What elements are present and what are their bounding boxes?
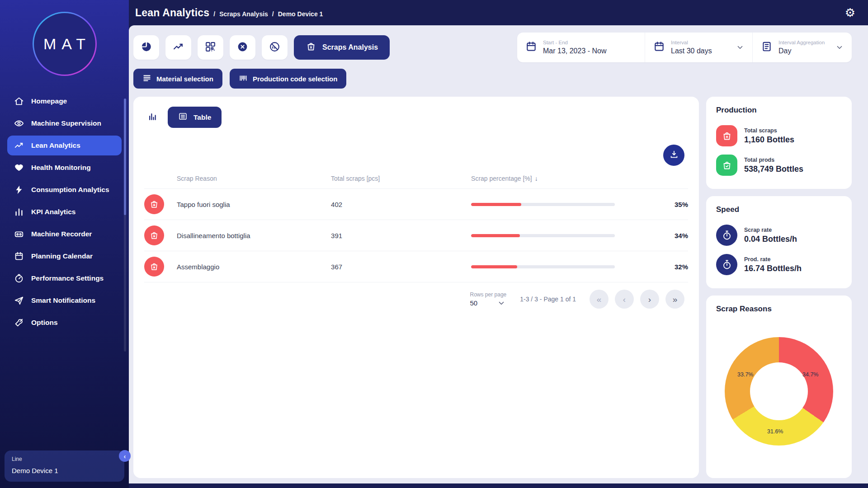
calendar-icon (653, 41, 665, 54)
scrap-reason-cell: Disallineamento bottiglia (177, 232, 331, 239)
sort-descending-icon[interactable]: ↓ (535, 175, 538, 182)
scrap-reasons-title: Scrap Reasons (716, 305, 842, 314)
line-chart-icon (173, 41, 184, 54)
speed-card: Speed Scrap rate 0.04 Bottles/h Prod. (706, 196, 852, 288)
scrap-reason-cell: Tappo fuori soglia (177, 201, 331, 208)
column-scrap-percentage[interactable]: Scrap percentage [%] ↓ (471, 175, 651, 182)
gear-icon[interactable]: ⚙ (845, 7, 855, 19)
qr-code-icon (205, 41, 216, 54)
column-total-scraps[interactable]: Total scraps [pcs] (331, 175, 471, 182)
sidebar-item-machine-supervision[interactable]: Machine Supervision (7, 113, 122, 133)
download-icon (669, 150, 679, 161)
logo-text: MAT (34, 13, 95, 75)
material-icon (142, 74, 151, 84)
sidebar-item-homepage[interactable]: Homepage (7, 91, 122, 111)
table-view-label: Table (193, 113, 211, 122)
table-row[interactable]: Tappo fuori soglia 402 35% (144, 188, 688, 220)
table-view-button[interactable]: Table (168, 107, 222, 128)
previous-page-button[interactable]: ‹ (615, 290, 634, 309)
material-selection-button[interactable]: Material selection (133, 69, 222, 89)
total-scraps-cell: 367 (331, 263, 471, 271)
pagination-buttons: « ‹ › » (590, 290, 684, 309)
download-button[interactable] (663, 145, 684, 166)
table-icon (178, 112, 188, 123)
prod-rate-stat: Prod. rate 16.74 Bottles/h (716, 250, 842, 279)
sidebar-item-health-monitoring[interactable]: Health Monitoring (7, 158, 122, 178)
sidebar-scrollbar[interactable] (124, 99, 126, 352)
progress-track (471, 234, 615, 237)
donut-label-red: 34.7% (802, 371, 818, 378)
tab-scraps-analysis[interactable]: Scraps Analysis (294, 35, 390, 60)
trend-icon (14, 140, 24, 151)
chart-view-button[interactable] (144, 109, 160, 126)
tab-label: Scraps Analysis (322, 43, 378, 52)
recorder-icon (14, 229, 24, 239)
scrap-reason-cell: Assemblaggio (177, 263, 331, 271)
page-title: Lean Analytics (135, 7, 209, 19)
sidebar-item-consumption-analytics[interactable]: Consumption Analytics (7, 180, 122, 200)
logo: MAT (33, 12, 97, 76)
home-icon (14, 96, 24, 107)
stopwatch-icon (716, 254, 737, 275)
qr-code-tab-button[interactable] (198, 35, 223, 60)
last-page-button[interactable]: » (665, 290, 684, 309)
scrap-percentage-bar (471, 203, 651, 206)
table-body: Tappo fuori soglia 402 35% Disallineamen… (144, 188, 688, 282)
body-row: Table Scrap Reason Total scraps [pcs] Sc… (133, 97, 852, 478)
line-chart-tab-button[interactable] (165, 35, 191, 60)
interval-filter[interactable]: Interval Last 30 days (645, 33, 752, 62)
view-switch: Table (144, 107, 688, 128)
table-row[interactable]: Disallineamento bottiglia 391 34% (144, 220, 688, 251)
total-scraps-cell: 402 (331, 201, 471, 208)
sidebar-item-planning-calendar[interactable]: Planning Calendar (7, 246, 122, 266)
topbar: Lean Analytics / Scraps Analysis / Demo … (129, 0, 868, 25)
progress-fill (471, 203, 521, 206)
sidebar-scrollbar-thumb[interactable] (124, 99, 126, 215)
column-scrap-reason[interactable]: Scrap Reason (177, 175, 331, 182)
bag-x-icon (716, 125, 737, 146)
bag-x-icon (144, 225, 164, 245)
chart-view-icon (148, 112, 157, 122)
sidebar-item-performance-settings[interactable]: Performance Settings (7, 268, 122, 288)
x-circle-icon (237, 41, 248, 54)
sidebar: MAT Homepage Machine Supervision Lean An… (0, 0, 129, 488)
pie-chart-tab-button[interactable] (133, 35, 159, 60)
date-range-filter[interactable]: Start - End Mar 13, 2023 - Now (517, 33, 645, 62)
breadcrumb-item[interactable]: Scraps Analysis (219, 10, 268, 18)
sidebar-item-label: KPI Analytics (31, 208, 76, 216)
device-selector[interactable]: Line Demo Device 1 (5, 450, 124, 482)
bag-x-icon (144, 257, 164, 277)
scrap-percentage-cell: 32% (651, 263, 688, 271)
production-code-selection-button[interactable]: Production code selection (230, 69, 347, 89)
x-circle-tab-button[interactable] (230, 35, 255, 60)
pagination: Rows per page 50 1-3 / 3 - Page 1 of 1 «… (144, 282, 688, 309)
send-icon (14, 295, 24, 306)
sidebar-collapse-button[interactable]: ‹ (119, 450, 131, 462)
interval-text: Interval Last 30 days (671, 40, 730, 55)
sidebar-item-lean-analytics[interactable]: Lean Analytics (7, 136, 122, 155)
stat-value: 538,749 Bottles (744, 164, 803, 174)
breadcrumb: Lean Analytics / Scraps Analysis / Demo … (135, 7, 323, 19)
document-icon (761, 41, 773, 54)
aggregation-filter[interactable]: Interval Aggregation Day (752, 33, 852, 62)
rows-per-page-select[interactable]: Rows per page 50 (470, 291, 507, 307)
chevron-down-icon (835, 43, 844, 52)
breadcrumb-item[interactable]: Demo Device 1 (278, 10, 323, 18)
sidebar-item-options[interactable]: Options (7, 313, 122, 333)
device-value: Demo Device 1 (12, 467, 117, 474)
next-page-button[interactable]: › (640, 290, 659, 309)
sidebar-item-smart-notifications[interactable]: Smart Notifications (7, 291, 122, 310)
stat-value: 16.74 Bottles/h (744, 264, 802, 273)
sidebar-item-kpi-analytics[interactable]: KPI Analytics (7, 202, 122, 222)
donut-label-orange: 33.7% (737, 371, 753, 378)
table-row[interactable]: Assemblaggio 367 32% (144, 251, 688, 282)
sidebar-item-machine-recorder[interactable]: Machine Recorder (7, 224, 122, 244)
sidebar-item-label: Machine Supervision (31, 119, 101, 127)
circle-slash-tab-button[interactable] (262, 35, 288, 60)
view-tabs: Scraps Analysis (133, 35, 390, 60)
eye-icon (14, 118, 24, 129)
aggregation-label: Interval Aggregation (778, 40, 830, 45)
breadcrumb-separator: / (272, 10, 274, 18)
first-page-button[interactable]: « (590, 290, 609, 309)
chevron-down-icon (736, 43, 744, 52)
